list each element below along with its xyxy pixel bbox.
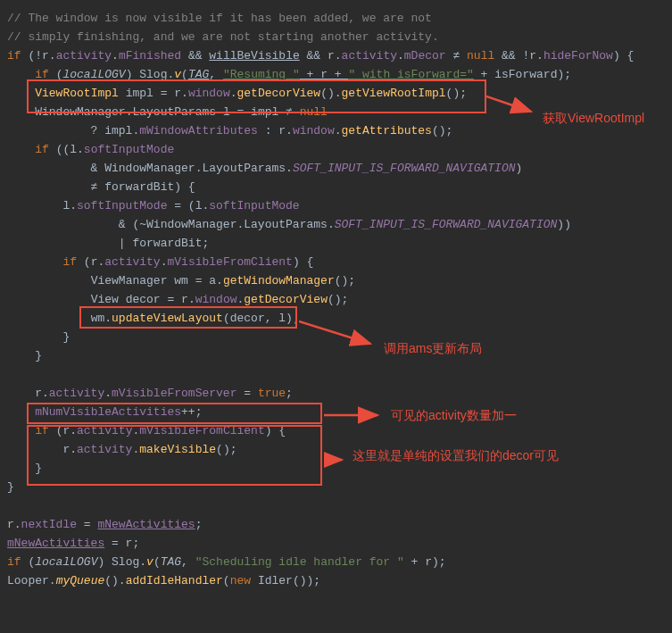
- code-line: Looper.myQueue().addIdleHandler(new Idle…: [7, 571, 665, 590]
- code-line: ? impl.mWindowAttributes : r.window.getA…: [7, 121, 665, 140]
- code-line: & (~WindowManager.LayoutParams.SOFT_INPU…: [7, 215, 665, 234]
- code-line: [7, 496, 665, 515]
- code-line: ≠ forwardBit) {: [7, 178, 665, 196]
- code-line: if (localLOGV) Slog.v(TAG, "Scheduling i…: [7, 553, 665, 571]
- code-editor[interactable]: // The window is now visible if it has b…: [7, 9, 665, 590]
- code-line: }: [7, 346, 665, 365]
- code-line: ViewManager wm = a.getWindowManager();: [7, 271, 665, 290]
- code-line: r.activity.mVisibleFromServer = true;: [7, 384, 665, 403]
- code-line: wm.updateViewLayout(decor, l);: [7, 309, 665, 328]
- code-line: }: [7, 328, 665, 346]
- code-line: | forwardBit;: [7, 234, 665, 253]
- code-line: r.activity.makeVisible();: [7, 440, 665, 459]
- code-line: }: [7, 459, 665, 478]
- code-line: // The window is now visible if it has b…: [7, 9, 665, 28]
- code-line: if (localLOGV) Slog.v(TAG, "Resuming " +…: [7, 65, 665, 84]
- code-line: & WindowManager.LayoutParams.SOFT_INPUT_…: [7, 159, 665, 178]
- code-line: // simply finishing, and we are not star…: [7, 28, 665, 46]
- code-line: if (!r.activity.mFinished && willBeVisib…: [7, 46, 665, 65]
- code-line: if (r.activity.mVisibleFromClient) {: [7, 253, 665, 271]
- code-line: }: [7, 478, 665, 496]
- code-line: l.softInputMode = (l.softInputMode: [7, 196, 665, 215]
- code-line: WindowManager.LayoutParams l = impl ≠ nu…: [7, 103, 665, 121]
- code-line: View decor = r.window.getDecorView();: [7, 290, 665, 309]
- code-line: if (r.activity.mVisibleFromClient) {: [7, 421, 665, 440]
- code-line: [7, 365, 665, 384]
- code-line: r.nextIdle = mNewActivities;: [7, 515, 665, 534]
- code-line: ViewRootImpl impl = r.window.getDecorVie…: [7, 84, 665, 103]
- code-line: if ((l.softInputMode: [7, 140, 665, 159]
- code-line: mNewActivities = r;: [7, 534, 665, 553]
- code-line: mNumVisibleActivities++;: [7, 403, 665, 421]
